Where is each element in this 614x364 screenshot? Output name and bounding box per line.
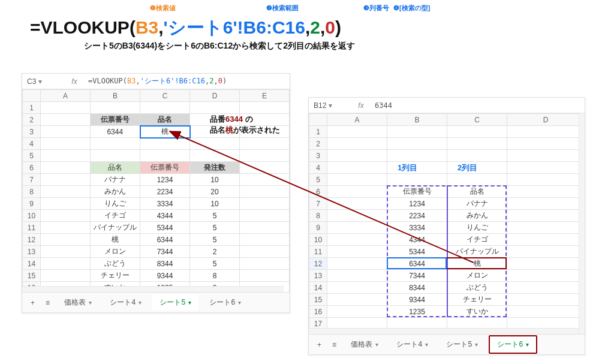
formula-input[interactable]: 6344 [371, 101, 585, 110]
cell[interactable]: 5344 [387, 246, 447, 258]
cell[interactable]: チェリー [447, 294, 507, 306]
cell[interactable]: パイナップル [91, 222, 140, 234]
cell[interactable]: 1235 [387, 306, 447, 318]
cell[interactable]: イチゴ [91, 210, 140, 222]
formula-input[interactable]: =VLOOKUP(B3,'シート6'!B6:C16,2,0) [85, 76, 290, 86]
cell[interactable]: すいか [447, 306, 507, 318]
name-box[interactable]: C3 ▾ [22, 77, 64, 86]
name-box[interactable]: B12 ▾ [309, 101, 351, 110]
tab-pricelist[interactable]: 価格表 ▾ [57, 294, 99, 311]
cell[interactable]: 4344 [140, 210, 190, 222]
cell[interactable]: みかん [447, 210, 507, 222]
row-header[interactable]: 10 [309, 234, 327, 246]
tab-sheet6[interactable]: シート6 ▾ [202, 294, 248, 311]
cell[interactable]: ぶどう [91, 258, 140, 270]
row-header[interactable]: 1 [23, 102, 41, 114]
row-header[interactable]: 7 [309, 198, 327, 210]
cell[interactable]: 8344 [140, 258, 190, 270]
col-header[interactable]: C [447, 114, 507, 126]
tab-sheet5[interactable]: シート5 ▾ [152, 294, 198, 311]
cell[interactable]: 7344 [140, 246, 190, 258]
cell[interactable]: 品名 [91, 162, 140, 174]
row-header[interactable]: 11 [23, 222, 41, 234]
add-sheet-button[interactable]: + [27, 296, 38, 309]
cell[interactable]: 6344 [140, 234, 190, 246]
cell[interactable]: 5 [190, 234, 240, 246]
sheet6-grid[interactable]: A B C D 1 2 3 4 5 6伝票番号品名 71234バナナ82234み… [309, 113, 585, 330]
cell[interactable]: 5 [190, 222, 240, 234]
all-sheets-button[interactable]: ≡ [329, 338, 340, 351]
cell[interactable]: 8 [190, 270, 240, 282]
row-header[interactable]: 13 [23, 246, 41, 258]
row-header[interactable]: 12 [23, 234, 41, 246]
cell[interactable]: 6344 [387, 258, 447, 270]
row-header[interactable]: 11 [309, 246, 327, 258]
cell[interactable]: 桃 [447, 258, 507, 270]
cell[interactable]: りんご [447, 222, 507, 234]
cell[interactable]: 2234 [140, 186, 190, 198]
row-header[interactable]: 16 [309, 306, 327, 318]
row-header[interactable]: 14 [23, 258, 41, 270]
tab-sheet4[interactable]: シート4 ▾ [389, 336, 435, 353]
cell[interactable]: りんご [91, 198, 140, 210]
cell[interactable]: 1234 [140, 174, 190, 186]
row-header[interactable]: 3 [309, 150, 327, 162]
row-header[interactable]: 9 [23, 198, 41, 210]
col-header[interactable]: A [327, 114, 387, 126]
col-header[interactable]: D [190, 90, 240, 102]
col-header[interactable]: E [240, 90, 290, 102]
col-header[interactable]: D [507, 114, 585, 126]
cell-b3[interactable]: 6344 [91, 126, 140, 138]
cell[interactable]: 8344 [387, 282, 447, 294]
col-header[interactable]: A [41, 90, 91, 102]
cell[interactable]: パイナップル [447, 246, 507, 258]
cell[interactable]: バナナ [91, 174, 140, 186]
row-header[interactable]: 9 [309, 222, 327, 234]
row-header[interactable]: 6 [23, 162, 41, 174]
row-header[interactable]: 7 [23, 174, 41, 186]
row-header[interactable]: 1 [309, 126, 327, 138]
name-box-dropdown-icon[interactable]: ▾ [329, 101, 332, 110]
vertical-scrollbar[interactable] [579, 113, 585, 334]
row-header[interactable]: 14 [309, 282, 327, 294]
cell[interactable]: 1234 [387, 198, 447, 210]
cell[interactable]: 桃 [91, 234, 140, 246]
row-header[interactable]: 2 [309, 138, 327, 150]
col-header[interactable]: C [140, 90, 190, 102]
row-header[interactable]: 4 [23, 138, 41, 150]
tab-sheet6[interactable]: シート6 ▾ [489, 335, 537, 354]
cell[interactable]: 4344 [387, 234, 447, 246]
horizontal-scrollbar[interactable] [22, 286, 284, 292]
cell[interactable]: みかん [91, 186, 140, 198]
row-header[interactable]: 4 [309, 162, 327, 174]
row-header[interactable]: 8 [23, 186, 41, 198]
row-header[interactable]: 5 [23, 150, 41, 162]
horizontal-scrollbar[interactable] [309, 328, 579, 334]
cell[interactable]: 2 [190, 246, 240, 258]
cell[interactable]: 伝票番号 [140, 162, 190, 174]
cell[interactable]: 発注数 [190, 162, 240, 174]
select-all-cell[interactable] [23, 90, 41, 102]
cell[interactable]: チェリー [91, 270, 140, 282]
cell[interactable]: 20 [190, 186, 240, 198]
cell[interactable]: メロン [91, 246, 140, 258]
cell[interactable]: 品名 [140, 114, 190, 126]
select-all-cell[interactable] [309, 114, 327, 126]
cell[interactable]: ぶどう [447, 282, 507, 294]
cell[interactable]: 7344 [387, 270, 447, 282]
cell[interactable]: 10 [190, 174, 240, 186]
name-box-dropdown-icon[interactable]: ▾ [38, 77, 42, 86]
row-header[interactable]: 5 [309, 174, 327, 186]
tab-sheet5[interactable]: シート5 ▾ [439, 336, 485, 353]
row-header[interactable]: 12 [309, 258, 327, 270]
tab-pricelist[interactable]: 価格表 ▾ [344, 336, 386, 353]
cell[interactable]: 5344 [140, 222, 190, 234]
cell[interactable]: 10 [190, 198, 240, 210]
cell[interactable]: 3334 [140, 198, 190, 210]
cell[interactable]: 伝票番号 [387, 186, 447, 198]
cell[interactable]: 5 [190, 210, 240, 222]
all-sheets-button[interactable]: ≡ [42, 296, 53, 309]
row-header[interactable]: 15 [23, 270, 41, 282]
col-header[interactable]: B [91, 90, 140, 102]
cell[interactable]: 3334 [387, 222, 447, 234]
